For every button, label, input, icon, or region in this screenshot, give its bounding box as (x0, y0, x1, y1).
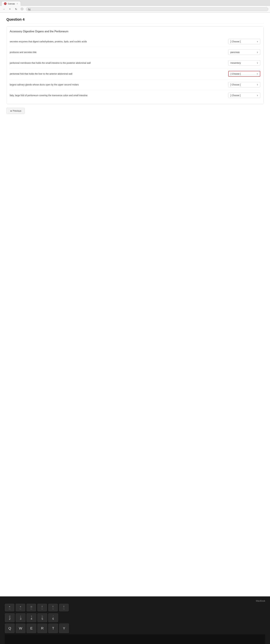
tab-bar: C Canvas × (0, 0, 270, 6)
browser-tab[interactable]: C Canvas × (2, 1, 21, 6)
quiz-select-5[interactable]: [ Choose ] ∨ (228, 82, 260, 87)
f4-icon: ⠿ (41, 606, 43, 608)
dropdown-arrow-2: ∨ (257, 51, 258, 53)
fn-key-f2: ✳ F2 (16, 604, 25, 612)
fn-key-row: ☀ F1 ✳ F2 ⊟ F3 ⠿ F4 ⠿ F5 ⠿ F6 (5, 604, 265, 612)
keyboard-area: MacBook ☀ F1 ✳ F2 ⊟ F3 ⠿ F4 ⠿ F5 ⠿ F6 @ (0, 596, 270, 644)
key-4-sym: $ (31, 615, 32, 617)
refresh-button[interactable]: ↻ (14, 7, 18, 11)
number-key-row: @ 2 # 3 $ 4 % 5 ^ 6 (5, 613, 265, 622)
quiz-description-1: secretes enzymes that digest carbohydrat… (10, 40, 225, 43)
key-5-num: 5 (42, 617, 43, 620)
browser-chrome: C Canvas × → × ↻ ⓘ A̲z̲ (0, 0, 270, 12)
f6-icon: ⠿ (63, 606, 65, 608)
f5-icon: ⠿ (52, 606, 54, 608)
f6-label: F6 (63, 608, 65, 610)
dropdown-arrow-1: ∨ (257, 40, 258, 43)
quiz-row: peritoneal membrane that holds the small… (10, 58, 260, 68)
key-3-num: 3 (20, 617, 22, 620)
f1-icon: ☀ (8, 606, 10, 608)
quiz-select-value-5: [ Choose ] (230, 84, 240, 86)
quiz-description-5: largest salivary glands whose ducts open… (10, 83, 225, 86)
previous-button[interactable]: ◄ Previous (6, 108, 24, 114)
key-5: % 5 (37, 613, 47, 622)
key-e: E (26, 624, 36, 633)
quiz-select-value-2: pancreas (230, 51, 240, 54)
quiz-select-1[interactable]: [ Choose ] ∨ (228, 39, 260, 44)
key-q: Q (5, 624, 15, 633)
f5-label: F5 (52, 608, 54, 610)
fn-key-f1: ☀ F1 (5, 604, 14, 612)
nav-bar: → × ↻ ⓘ A̲z̲ (0, 6, 270, 12)
tab-close-button[interactable]: × (16, 2, 18, 5)
dropdown-arrow-4: ∨ (256, 73, 258, 75)
keyboard-bottom-area (5, 634, 265, 644)
quiz-select-4[interactable]: [ Choose ] ∨ (228, 71, 260, 77)
quiz-select-2[interactable]: pancreas ∨ (228, 50, 260, 55)
letter-key-row: Q W E R T Y (5, 624, 265, 633)
quiz-select-6[interactable]: [ Choose ] ∨ (228, 93, 260, 98)
quiz-title: Accessory Digestive Organs and the Perit… (10, 30, 260, 33)
key-2-num: 2 (9, 617, 10, 620)
tab-label: Canvas (8, 2, 15, 5)
key-3: # 3 (16, 613, 26, 622)
quiz-section: Accessory Digestive Organs and the Perit… (6, 26, 264, 104)
key-6: ^ 6 (48, 613, 58, 622)
quiz-row: largest salivary glands whose ducts open… (10, 80, 260, 90)
key-2: @ 2 (5, 613, 15, 622)
f3-icon: ⊟ (30, 606, 32, 608)
close-button[interactable]: × (8, 7, 12, 11)
key-5-sym: % (42, 615, 43, 617)
f2-icon: ✳ (20, 606, 22, 608)
tab-favicon: C (4, 2, 6, 5)
dropdown-arrow-3: ∨ (257, 62, 258, 64)
back-button[interactable]: → (2, 7, 6, 11)
key-3-sym: # (20, 615, 21, 617)
key-6-sym: ^ (53, 615, 54, 617)
quiz-description-6: fatty, large fold of peritoneum covering… (10, 94, 225, 97)
dropdown-arrow-6: ∨ (257, 94, 258, 96)
quiz-description-3: peritoneal membrane that holds the small… (10, 61, 225, 65)
fn-key-f5: ⠿ F5 (48, 604, 58, 612)
reader-mode-icon: A̲z̲ (28, 8, 30, 10)
quiz-select-3[interactable]: mesentery ∨ (228, 60, 260, 66)
key-t: T (48, 624, 58, 633)
macbook-label: MacBook (5, 600, 265, 602)
key-y: Y (59, 624, 69, 633)
quiz-select-value-4: [ Choose ] (230, 72, 241, 75)
f2-label: F2 (20, 608, 22, 610)
key-2-sym: @ (9, 615, 10, 617)
fn-key-f6: ⠿ F6 (59, 604, 69, 612)
dropdown-arrow-5: ∨ (257, 84, 258, 86)
key-6-num: 6 (52, 617, 54, 620)
key-4-num: 4 (31, 617, 32, 620)
quiz-row: peritoneal fold that holds the liver to … (10, 68, 260, 80)
quiz-row: produces and secretes bile pancreas ∨ (10, 47, 260, 58)
info-button[interactable]: ⓘ (20, 7, 24, 11)
f1-label: F1 (9, 608, 10, 610)
f3-label: F3 (30, 608, 32, 610)
key-w: W (16, 624, 26, 633)
key-r: R (37, 624, 47, 633)
quiz-row: secretes enzymes that digest carbohydrat… (10, 36, 260, 47)
quiz-select-value-1: [ Choose ] (230, 40, 240, 43)
quiz-description-2: produces and secretes bile (10, 51, 225, 54)
page-content: Question 4 Accessory Digestive Organs an… (0, 12, 270, 596)
quiz-select-value-6: [ Choose ] (230, 94, 240, 97)
f4-label: F4 (41, 608, 43, 610)
fn-key-f4: ⠿ F4 (37, 604, 47, 612)
quiz-row: fatty, large fold of peritoneum covering… (10, 90, 260, 100)
quiz-description-4: peritoneal fold that holds the liver to … (10, 72, 225, 76)
quiz-select-value-3: mesentery (230, 62, 241, 64)
address-bar[interactable]: A̲z̲ (26, 7, 268, 11)
fn-key-f3: ⊟ F3 (26, 604, 36, 612)
key-4: $ 4 (26, 613, 36, 622)
question-header: Question 4 (6, 18, 264, 23)
